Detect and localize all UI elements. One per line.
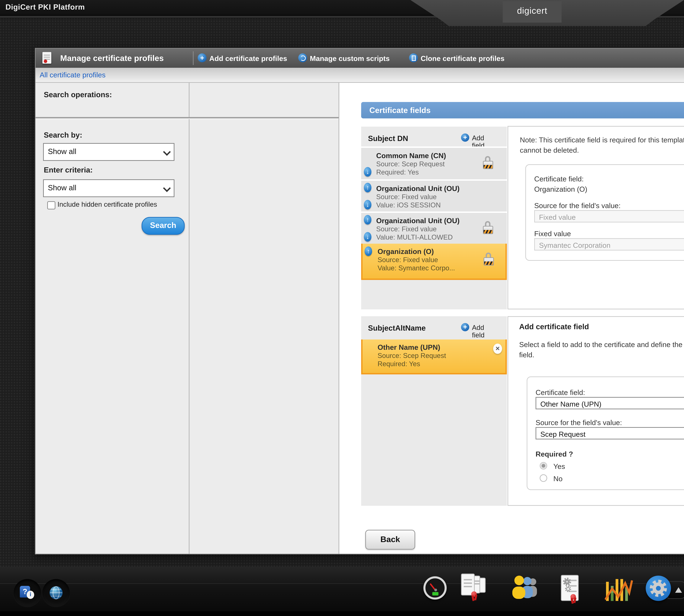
window-body: Search operations: Search by: Show all E… <box>36 83 684 554</box>
new-field-form-box: Certificate field: Other Name (UPN) Sour… <box>527 376 684 490</box>
back-button[interactable]: Back <box>365 530 415 550</box>
source-value: Scep Request <box>540 428 586 439</box>
certificate-field-select[interactable]: Other Name (UPN) <box>535 397 684 409</box>
field-source: Source: Fixed value <box>376 225 437 233</box>
help-icon[interactable] <box>20 586 30 597</box>
dashboard-gauge-icon[interactable] <box>424 576 447 599</box>
add-certificate-field-heading: Add certificate field <box>519 322 589 331</box>
app-title: DigiCert PKI Platform <box>5 3 85 11</box>
field-source: Source: Fixed value <box>378 256 438 264</box>
help-button-well[interactable] <box>14 579 41 607</box>
field-name: Organizational Unit (OU) <box>376 216 460 224</box>
field-name: Organization (O) <box>378 247 434 255</box>
manage-certificate-profiles-window: Manage certificate profiles Add certific… <box>35 48 684 554</box>
organization-field-box: Certificate field: Organization (O) Sour… <box>525 164 684 261</box>
lock-icon <box>484 252 494 266</box>
certificate-field-value: Organization (O) <box>534 185 587 193</box>
chevron-down-icon <box>163 148 171 156</box>
results-column <box>189 83 339 554</box>
window-title: Manage certificate profiles <box>60 53 164 63</box>
certificate-document-icon <box>42 52 51 64</box>
breadcrumb-bar: All certificate profiles <box>36 68 684 83</box>
dock-divider <box>0 583 684 584</box>
search-by-value: Show all <box>48 147 76 155</box>
move-down-icon[interactable] <box>364 232 371 242</box>
plus-circle-icon <box>461 323 469 331</box>
expand-up-icon <box>675 587 682 593</box>
required-no-label: No <box>553 474 563 483</box>
field-value: Value: MULTI-ALLOWED <box>376 234 453 241</box>
field-item-common-name[interactable]: Common Name (CN) Source: Scep Request Re… <box>361 147 507 179</box>
move-up-icon[interactable] <box>365 246 372 256</box>
subject-dn-title: Subject DN <box>368 134 408 142</box>
source-select-disabled: Fixed value <box>534 210 684 222</box>
menu-add-certificate-profiles[interactable]: Add certificate profiles <box>209 54 287 62</box>
source-label: Source for the field's value: <box>534 201 621 210</box>
subject-dn-list: Subject DN Add field Common Name (CN) So… <box>361 127 507 309</box>
required-yes-radio[interactable] <box>540 462 547 469</box>
search-by-select[interactable]: Show all <box>43 143 175 161</box>
screen: DigiCert PKI Platform digicert Manage ce… <box>0 0 684 616</box>
enter-criteria-value: Show all <box>48 183 76 192</box>
globe-icon[interactable] <box>49 586 63 599</box>
source-select[interactable]: Scep Request <box>535 427 684 439</box>
seal-icon <box>44 60 47 63</box>
subject-alt-name-list: SubjectAltName Add field Other Name (UPN… <box>361 316 507 506</box>
reports-chart-icon[interactable] <box>605 576 633 602</box>
lock-icon <box>483 221 493 235</box>
doc-line <box>44 59 50 60</box>
source-label: Source for the field's value: <box>535 418 622 426</box>
certificate-field-label: Certificate field: <box>534 175 584 183</box>
field-item-organization-selected[interactable]: Organization (O) Source: Fixed value Val… <box>361 244 507 280</box>
add-certificate-field-description: Select a field to add to the certificate… <box>519 339 684 360</box>
field-value: Value: iOS SESSION <box>376 201 441 209</box>
field-source: Source: Scep Request <box>376 160 444 168</box>
users-icon[interactable] <box>510 575 539 602</box>
enter-criteria-label: Enter criteria: <box>44 166 93 174</box>
move-down-icon[interactable] <box>364 200 371 210</box>
search-operations-label: Search operations: <box>44 90 112 98</box>
fixed-value-input-disabled: Symantec Corporation <box>534 238 684 250</box>
refresh-circle-icon <box>298 53 307 62</box>
field-name: Other Name (UPN) <box>378 343 440 351</box>
digicert-logo: digicert <box>503 5 562 16</box>
certificate-field-label: Certificate field: <box>535 388 585 396</box>
fixed-value-label: Fixed value <box>534 229 571 238</box>
field-value: Value: Symantec Corpo... <box>378 264 455 272</box>
breadcrumb[interactable]: All certificate profiles <box>40 70 106 79</box>
bottom-edge <box>0 611 684 616</box>
language-button-well[interactable] <box>42 579 70 607</box>
field-required: Required: Yes <box>378 360 420 368</box>
doc-line <box>44 57 50 58</box>
enter-criteria-select[interactable]: Show all <box>43 179 175 197</box>
add-field-label: Add field <box>472 324 484 339</box>
plus-circle-icon <box>461 133 469 142</box>
lock-icon <box>483 156 493 170</box>
field-item-ou-ios-session[interactable]: Organizational Unit (OU) Source: Fixed v… <box>361 179 507 212</box>
required-yes-label: Yes <box>553 462 565 470</box>
menu-manage-custom-scripts[interactable]: Manage custom scripts <box>310 54 390 62</box>
certificate-scripts-icon[interactable] <box>561 575 582 605</box>
field-item-ou-multi-allowed[interactable]: Organizational Unit (OU) Source: Fixed v… <box>361 212 507 244</box>
field-required: Required: Yes <box>376 168 419 176</box>
search-button[interactable]: Search <box>142 217 185 235</box>
fixed-value: Symantec Corporation <box>539 240 610 250</box>
chevron-down-icon <box>163 184 171 192</box>
delete-field-icon[interactable] <box>493 344 502 354</box>
move-up-icon[interactable] <box>364 215 371 224</box>
certificate-field-value: Other Name (UPN) <box>540 398 601 409</box>
required-field-note: Note: This certificate field is required… <box>520 135 684 155</box>
move-up-icon[interactable] <box>364 183 371 192</box>
include-hidden-checkbox[interactable] <box>47 201 55 210</box>
include-hidden-label: Include hidden certificate profiles <box>58 201 157 208</box>
add-certificate-field-panel: Add certificate field Select a field to … <box>507 316 684 506</box>
certificates-icon[interactable] <box>461 574 491 605</box>
plus-circle-icon <box>198 53 207 62</box>
subject-alt-name-title: SubjectAltName <box>368 324 426 332</box>
search-by-label: Search by: <box>44 131 82 139</box>
settings-gear-icon[interactable] <box>646 576 671 601</box>
required-no-radio[interactable] <box>540 474 547 482</box>
menu-clone-certificate-profiles[interactable]: Clone certificate profiles <box>421 54 504 62</box>
field-item-other-name-upn-selected[interactable]: Other Name (UPN) Source: Scep Request Re… <box>361 339 507 374</box>
move-down-icon[interactable] <box>364 167 371 177</box>
